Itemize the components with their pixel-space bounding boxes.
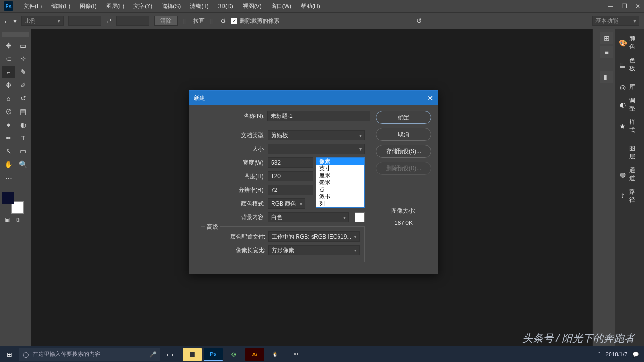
tray-date[interactable]: 2018/1/7 — [605, 351, 627, 358]
height-input[interactable]: 120 — [268, 171, 313, 181]
eyedropper-tool[interactable]: ✎ — [17, 66, 30, 78]
colormode-select[interactable]: RGB 颜色▾ — [268, 198, 305, 209]
unit-option-pica[interactable]: 派卡 — [316, 193, 364, 200]
menu-layer[interactable]: 图层(L) — [101, 2, 129, 10]
straighten-icon[interactable]: ▦ — [182, 17, 189, 25]
panel-icon-3[interactable]: ◧ — [600, 71, 613, 83]
hand-tool[interactable]: ✋ — [2, 158, 15, 170]
magic-wand-tool[interactable]: ✧ — [17, 53, 30, 65]
clear-button[interactable]: 清除 — [154, 16, 178, 26]
crop-tool-icon[interactable]: ⌐ — [5, 17, 8, 25]
taskbar-browser-icon[interactable]: ◎ — [224, 348, 243, 361]
panel-channels[interactable]: ◍通道 — [615, 164, 644, 185]
ratio-h-input[interactable] — [116, 16, 149, 26]
tray-up-icon[interactable]: ˄ — [598, 351, 601, 358]
menu-type[interactable]: 文字(Y) — [129, 2, 157, 10]
menu-select[interactable]: 选择(S) — [157, 2, 185, 10]
panel-paths[interactable]: ⤴路径 — [615, 185, 644, 207]
doctype-select[interactable]: 剪贴板▾ — [268, 130, 365, 140]
bg-select[interactable]: 白色▾ — [268, 212, 349, 222]
panel-layers[interactable]: ≣图层 — [615, 142, 644, 164]
panel-libraries[interactable]: ◎库 — [615, 80, 644, 94]
history-brush-tool[interactable]: ↺ — [17, 92, 30, 104]
pen-tool[interactable]: ✒ — [2, 132, 15, 144]
path-select-tool[interactable]: ↖ — [2, 145, 15, 157]
zoom-tool[interactable]: 🔍 — [17, 158, 30, 170]
menu-3d[interactable]: 3D(D) — [214, 3, 238, 9]
aspect-select[interactable]: 方形像素▾ — [268, 245, 360, 255]
window-minimize-icon[interactable]: — — [608, 3, 613, 9]
taskbar-qq-icon[interactable]: 🐧 — [266, 348, 285, 361]
start-button[interactable]: ⊞ — [0, 351, 19, 358]
quickmask-icon[interactable]: ▣ — [5, 216, 10, 223]
marquee-tool[interactable]: ▭ — [17, 40, 30, 51]
menu-edit[interactable]: 编辑(E) — [47, 2, 75, 10]
taskbar-photoshop-icon[interactable]: Ps — [204, 348, 223, 361]
shape-tool[interactable]: ▭ — [17, 145, 30, 157]
tray-notifications-icon[interactable]: 💬 — [632, 351, 639, 358]
bg-color-swatch[interactable] — [355, 212, 365, 222]
foreground-color-swatch[interactable] — [2, 192, 14, 204]
taskview-icon[interactable]: ▭ — [160, 351, 179, 358]
healing-tool[interactable]: ❉ — [2, 79, 15, 91]
ok-button[interactable]: 确定 — [376, 111, 431, 124]
unit-option-in[interactable]: 英寸 — [316, 165, 364, 172]
menu-help[interactable]: 帮助(H) — [296, 2, 325, 10]
width-input[interactable]: 532 — [268, 157, 313, 168]
window-maximize-icon[interactable]: ❐ — [622, 3, 627, 9]
clone-tool[interactable]: ⌂ — [2, 92, 15, 104]
panel-icon-1[interactable]: ⊞ — [600, 32, 613, 44]
ratio-w-input[interactable] — [68, 16, 101, 26]
lasso-tool[interactable]: ⊂ — [2, 53, 15, 65]
reset-icon[interactable]: ↺ — [416, 17, 422, 25]
blur-tool[interactable]: ● — [2, 119, 15, 131]
menu-file[interactable]: 文件(F) — [19, 2, 47, 10]
unit-option-cm[interactable]: 厘米 — [316, 172, 364, 179]
delete-cropped-checkbox[interactable]: ✓ 删除裁剪的像素 — [231, 17, 280, 25]
taskbar-illustrator-icon[interactable]: Ai — [245, 348, 264, 361]
unit-option-mm[interactable]: 毫米 — [316, 179, 364, 186]
taskbar-snip-icon[interactable]: ✂ — [287, 348, 305, 361]
workspace-select[interactable]: 基本功能▾ — [592, 16, 639, 26]
color-swatches[interactable] — [2, 192, 24, 214]
panel-swatches[interactable]: ▦色板 — [615, 54, 644, 75]
resolution-input[interactable]: 72 — [268, 185, 313, 195]
unit-option-col[interactable]: 列 — [316, 200, 364, 207]
window-close-icon[interactable]: ✕ — [636, 3, 640, 9]
panel-adjustments[interactable]: ◐调整 — [615, 94, 644, 115]
profile-select[interactable]: 工作中的 RGB: sRGB IEC619...▾ — [268, 231, 360, 242]
type-tool[interactable]: T — [17, 132, 30, 144]
move-tool[interactable]: ✥ — [2, 40, 15, 51]
panel-divider[interactable] — [592, 29, 598, 346]
panel-color[interactable]: 🎨颜色 — [615, 32, 644, 54]
brush-tool[interactable]: ✐ — [17, 79, 30, 91]
mic-icon[interactable]: 🎤 — [149, 351, 157, 358]
taskbar-explorer-icon[interactable]: ▇ — [183, 348, 202, 361]
dialog-titlebar[interactable]: 新建 ✕ — [189, 91, 438, 105]
chevron-down-icon[interactable]: ▾ — [13, 17, 17, 25]
save-preset-button[interactable]: 存储预设(S)... — [376, 145, 431, 158]
search-box[interactable]: ◯ 在这里输入你要搜索的内容 🎤 — [19, 348, 160, 361]
size-select[interactable]: ▾ — [268, 144, 365, 154]
unit-option-pt[interactable]: 点 — [316, 186, 364, 193]
edit-toolbar[interactable]: ⋯ — [2, 172, 15, 183]
dialog-close-icon[interactable]: ✕ — [427, 94, 433, 103]
eraser-tool[interactable]: ∅ — [2, 106, 15, 117]
grid-icon[interactable]: ▦ — [209, 17, 215, 25]
toolbar-grip[interactable] — [2, 32, 29, 37]
panel-icon-2[interactable]: ≡ — [600, 46, 613, 58]
gear-icon[interactable]: ⚙ — [220, 17, 226, 25]
menu-filter[interactable]: 滤镜(T) — [185, 2, 213, 10]
cancel-button[interactable]: 取消 — [376, 128, 431, 141]
menu-view[interactable]: 视图(V) — [238, 2, 266, 10]
crop-tool[interactable]: ⌐ — [2, 66, 15, 78]
swap-icon[interactable]: ⇄ — [106, 17, 112, 25]
unit-option-px[interactable]: 像素 — [316, 158, 364, 165]
panel-styles[interactable]: ★样式 — [615, 115, 644, 137]
menu-window[interactable]: 窗口(W) — [266, 2, 296, 10]
name-input[interactable]: 未标题-1 — [267, 111, 370, 121]
ratio-preset-select[interactable]: 比例▾ — [21, 16, 64, 26]
screenmode-icon[interactable]: ⧉ — [16, 216, 20, 223]
gradient-tool[interactable]: ▤ — [17, 106, 30, 117]
menu-image[interactable]: 图像(I) — [75, 2, 101, 10]
